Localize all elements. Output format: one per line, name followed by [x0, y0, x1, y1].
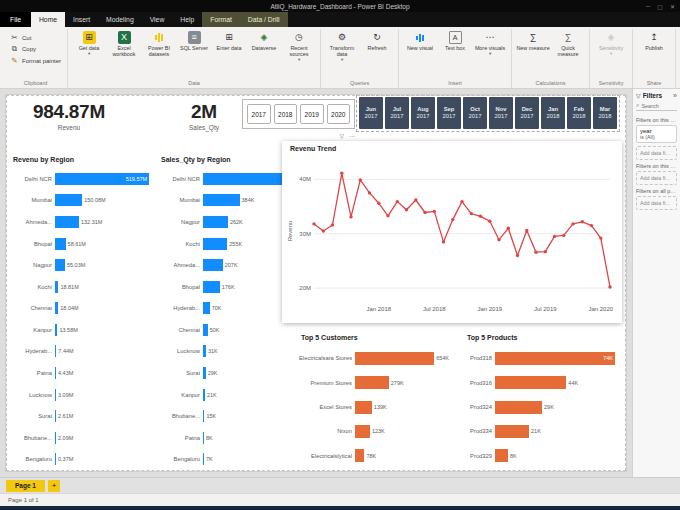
- bar-row-nagpur[interactable]: Nagpur262K: [159, 211, 301, 233]
- ribbon-button-enter-data[interactable]: ⊞Enter data: [212, 29, 246, 51]
- bar[interactable]: [55, 216, 79, 228]
- bar[interactable]: [203, 238, 227, 250]
- bar-row-lucknow[interactable]: Lucknow31K: [159, 341, 301, 363]
- bar[interactable]: [55, 238, 66, 250]
- bar[interactable]: [55, 453, 56, 465]
- menu-tab-help[interactable]: Help: [172, 12, 202, 27]
- kpi-card-revenu[interactable]: 984.87M Revenu: [14, 101, 124, 141]
- bar-row-bhubane[interactable]: Bhubane...2.09M: [11, 427, 153, 449]
- data-point[interactable]: [516, 254, 519, 257]
- menu-tab-home[interactable]: Home: [31, 12, 65, 27]
- bar-row-patna[interactable]: Patna8K: [159, 427, 301, 449]
- bar[interactable]: [495, 401, 542, 414]
- ribbon-button-text-box[interactable]: AText box: [438, 29, 472, 51]
- add-data-fields-placeholder[interactable]: Add data fields here: [636, 171, 677, 185]
- month-tile-dec-2017[interactable]: Dec2017: [515, 97, 539, 129]
- filters-search[interactable]: ⌕: [636, 102, 677, 111]
- bar[interactable]: [203, 259, 223, 271]
- data-point[interactable]: [312, 222, 315, 225]
- bar-row-kanpur[interactable]: Kanpur13.58M: [11, 319, 153, 341]
- menu-file-button[interactable]: File: [0, 12, 31, 27]
- bar[interactable]: [203, 453, 204, 465]
- bar-row-mumbai[interactable]: Mumbai150.08M: [11, 190, 153, 212]
- bar-row-prod324[interactable]: Prod32429K: [465, 395, 620, 419]
- data-point[interactable]: [488, 220, 491, 223]
- bar[interactable]: [55, 324, 57, 336]
- year-button-2018[interactable]: 2018: [274, 104, 298, 124]
- data-point[interactable]: [414, 198, 417, 201]
- bar[interactable]: [203, 345, 206, 357]
- data-point[interactable]: [368, 191, 371, 194]
- bar[interactable]: [203, 389, 205, 401]
- collapse-pane-icon[interactable]: »: [673, 92, 677, 99]
- data-point[interactable]: [359, 178, 362, 181]
- bar[interactable]: [203, 302, 210, 314]
- ribbon-button-sql-server[interactable]: ≡SQL Server: [177, 29, 211, 51]
- data-point[interactable]: [386, 214, 389, 217]
- data-point[interactable]: [377, 202, 380, 205]
- year-button-2019[interactable]: 2019: [300, 104, 324, 124]
- ribbon-button-publish[interactable]: ↥Publish: [637, 29, 671, 51]
- data-point[interactable]: [433, 210, 436, 213]
- ribbon-button-new-measure[interactable]: ∑New measure: [516, 29, 550, 51]
- bar-row-mumbai[interactable]: Mumbai384K: [159, 190, 301, 212]
- bar[interactable]: [203, 324, 208, 336]
- bar-row-chennai[interactable]: Chennai50K: [159, 319, 301, 341]
- data-point[interactable]: [322, 229, 325, 232]
- bar[interactable]: [495, 425, 529, 438]
- bar-row-electricalslytical[interactable]: Electricalslytical78K: [299, 444, 454, 468]
- bar-row-premium-stores[interactable]: Premium Stores279K: [299, 370, 454, 394]
- bar[interactable]: [55, 432, 56, 444]
- ribbon-button-excel-workbook[interactable]: XExcel workbook: [107, 29, 141, 57]
- month-tile-jul-2017[interactable]: Jul2017: [385, 97, 409, 129]
- year-button-2020[interactable]: 2020: [327, 104, 351, 124]
- ribbon-button-transform-data[interactable]: ⚙Transform data▾: [325, 29, 359, 63]
- bar[interactable]: [355, 401, 372, 414]
- chart-top-5-customers[interactable]: Top 5 Customers Electricalsara Stores654…: [298, 333, 456, 469]
- bar-row-ahmeda[interactable]: Ahmeda...132.31M: [11, 211, 153, 233]
- menu-tab-data-drill[interactable]: Data / Drill: [240, 12, 288, 27]
- bar-row-hyderab[interactable]: Hyderab...7.44M: [11, 341, 153, 363]
- month-tile-nov-2017[interactable]: Nov2017: [489, 97, 513, 129]
- bar[interactable]: [203, 216, 228, 228]
- bar[interactable]: [355, 425, 370, 438]
- bar-row-surat[interactable]: Surat29K: [159, 362, 301, 384]
- ribbon-button-cut[interactable]: ✂Cut: [8, 33, 33, 42]
- bar[interactable]: [495, 376, 566, 389]
- report-page[interactable]: 984.87M Revenu 2M Sales_Qty 201720182019…: [5, 94, 627, 472]
- bar[interactable]: [355, 376, 389, 389]
- month-tile-feb-2018[interactable]: Feb2018: [567, 97, 591, 129]
- close-button[interactable]: ✕: [670, 3, 675, 10]
- ribbon-button-recent-sources[interactable]: ◷Recent sources▾: [282, 29, 316, 63]
- bar[interactable]: [55, 410, 56, 422]
- ribbon-button-power-bi-datasets[interactable]: Power BI datasets: [142, 29, 176, 57]
- bar-row-excel-stores[interactable]: Excel Stores139K: [299, 395, 454, 419]
- bar[interactable]: [55, 389, 56, 401]
- bar-row-prod334[interactable]: Prod33421K: [465, 419, 620, 443]
- bar[interactable]: [55, 345, 56, 357]
- ribbon-button-new-visual[interactable]: New visual: [403, 29, 437, 51]
- data-point[interactable]: [405, 208, 408, 211]
- bar[interactable]: [55, 194, 82, 206]
- kpi-card-sales-qty[interactable]: 2M Sales_Qty: [158, 101, 250, 141]
- bar-row-bhopal[interactable]: Bhopal58.61M: [11, 233, 153, 255]
- month-tile-sep-2017[interactable]: Sep2017: [437, 97, 461, 129]
- menu-tab-insert[interactable]: Insert: [65, 12, 98, 27]
- bar[interactable]: [203, 432, 204, 444]
- year-button-2017[interactable]: 2017: [247, 104, 271, 124]
- data-point[interactable]: [451, 218, 454, 221]
- data-point[interactable]: [497, 238, 500, 241]
- data-point[interactable]: [423, 211, 426, 214]
- month-tile-jan-2018[interactable]: Jan2018: [541, 97, 565, 129]
- data-point[interactable]: [349, 215, 352, 218]
- bar-row-bengaluru[interactable]: Bengaluru0.37M: [11, 449, 153, 471]
- bar[interactable]: 74K: [495, 352, 615, 365]
- chart-top-5-products[interactable]: Top 5 Products Prod31874KProd31644KProd3…: [464, 333, 622, 469]
- bar-row-surat[interactable]: Surat2.61M: [11, 405, 153, 427]
- bar-row-bhopal[interactable]: Bhopal176K: [159, 276, 301, 298]
- menu-tab-view[interactable]: View: [142, 12, 173, 27]
- add-data-fields-placeholder[interactable]: Add data fields here: [636, 196, 677, 210]
- month-tile-oct-2017[interactable]: Oct2017: [463, 97, 487, 129]
- menu-tab-format[interactable]: Format: [202, 12, 240, 27]
- bar[interactable]: [55, 302, 58, 314]
